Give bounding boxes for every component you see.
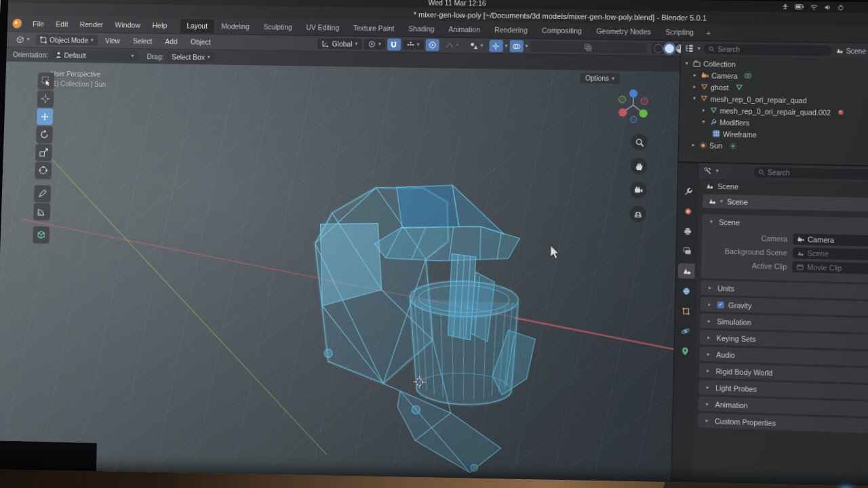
menu-window[interactable]: Window [110, 19, 146, 31]
tab-scene-properties[interactable] [678, 263, 695, 279]
tab-object-properties[interactable] [677, 303, 694, 319]
orientation-setting-dropdown[interactable]: Default ▾ [52, 49, 138, 61]
cursor-tool-icon [41, 94, 51, 104]
properties-editor-icon[interactable] [703, 167, 712, 175]
disclosure-arrow[interactable]: ▸ [690, 142, 696, 148]
menu-help[interactable]: Help [147, 19, 173, 31]
disclosure-arrow[interactable]: ▸ [691, 83, 698, 89]
pan-button[interactable] [630, 158, 647, 175]
proportional-editing-toggle[interactable] [425, 39, 439, 51]
snap-toggle[interactable] [387, 39, 401, 51]
annotate-pencil-icon [37, 188, 47, 199]
tool-select-box[interactable] [38, 73, 55, 89]
printer-tab-icon [683, 226, 692, 236]
falloff-dropdown[interactable]: ▾ [441, 41, 462, 50]
properties-search-input[interactable]: Search [753, 167, 868, 180]
tab-geometry-nodes[interactable]: Geometry Nodes [589, 24, 658, 39]
viewport-menu-object[interactable]: Object [185, 36, 216, 48]
disclosure-arrow[interactable]: ▸ [701, 107, 707, 113]
shading-solid-icon[interactable] [665, 44, 674, 53]
mode-dropdown[interactable]: Object Mode ▾ [36, 35, 98, 46]
viewport-overlay-text: User Perspective (1) Collection | Sun [51, 69, 106, 90]
tab-rendering[interactable]: Rendering [488, 22, 534, 37]
chevron-down-icon: ▾ [378, 41, 381, 47]
disclosure-arrow: ▾ [708, 218, 715, 224]
camera-view-button[interactable] [630, 182, 647, 199]
gravity-checkbox[interactable]: ✓ [717, 301, 725, 308]
tool-cursor[interactable] [37, 90, 54, 107]
viewport-canvas [0, 62, 679, 488]
scene-selector[interactable]: Scene [835, 47, 866, 55]
viewport-3d[interactable]: User Perspective (1) Collection | Sun Op… [0, 62, 679, 488]
zoom-button[interactable] [631, 134, 648, 150]
drag-setting-dropdown[interactable]: Select Box ▾ [167, 52, 214, 63]
tab-output-properties[interactable] [679, 223, 696, 239]
tab-animation[interactable]: Animation [441, 22, 487, 37]
disclosure-arrow[interactable]: ▾ [684, 60, 690, 66]
gizmos-toggle[interactable] [489, 40, 502, 52]
tab-modeling[interactable]: Modeling [214, 19, 256, 33]
tab-render-properties[interactable] [679, 203, 696, 219]
tab-view-layer-properties[interactable] [678, 243, 695, 259]
os-clock[interactable]: Wed 11 Mar 12:16 [429, 0, 487, 7]
shading-wireframe-icon[interactable] [654, 43, 663, 52]
tool-add-cube[interactable] [33, 226, 50, 243]
tab-sculpting[interactable]: Sculpting [256, 20, 298, 35]
tab-world-properties[interactable] [677, 283, 694, 299]
tab-shading[interactable]: Shading [401, 22, 441, 37]
tab-scripting[interactable]: Scripting [658, 24, 701, 39]
tool-annotate[interactable] [34, 185, 51, 202]
tool-move[interactable] [37, 108, 54, 125]
xray-toggle[interactable] [530, 41, 648, 53]
tool-tab-icon [684, 186, 693, 195]
options-button[interactable]: Options ▾ [580, 73, 620, 84]
pivot-dropdown[interactable]: ▾ [363, 39, 385, 49]
snap-target-dropdown[interactable]: ▾ [403, 40, 424, 49]
tab-data-properties[interactable] [676, 343, 693, 359]
navigation-gizmo[interactable] [615, 87, 652, 123]
disclosure-arrow[interactable]: ▾ [700, 119, 707, 125]
tab-uv-editing[interactable]: UV Editing [299, 20, 346, 35]
properties-main: ▾ Search ▾ Scene [692, 163, 868, 488]
orientation-dropdown[interactable]: Global ▾ [318, 38, 362, 49]
background-scene-field[interactable]: Scene [793, 247, 868, 262]
tab-compositing[interactable]: Compositing [535, 23, 589, 38]
disclosure-arrow: ▸ [707, 285, 713, 291]
axes-icon [322, 40, 330, 47]
tab-physics-properties[interactable] [677, 323, 694, 339]
tool-rotate[interactable] [36, 126, 53, 143]
xray-icon [585, 43, 592, 51]
os-system-tray[interactable] [782, 1, 844, 13]
outliner-editor-icon[interactable] [685, 45, 694, 53]
tab-tool-properties[interactable] [679, 184, 696, 199]
disclosure-arrow[interactable]: ▾ [691, 95, 698, 101]
disclosure-arrow[interactable]: ▸ [691, 72, 698, 78]
tool-measure[interactable] [33, 203, 50, 220]
field-value: Camera [808, 235, 834, 244]
object-types-visibility-dropdown[interactable]: ▾ [465, 41, 487, 51]
tool-scale[interactable] [35, 144, 52, 161]
viewport-menu-select[interactable]: Select [127, 35, 157, 47]
display-controls: ▾ ▾ ▾ [465, 39, 703, 55]
scene-datablock-selector[interactable]: ▾ Scene ✕ [703, 195, 868, 213]
overlays-toggle[interactable] [509, 40, 524, 52]
viewport-menu-view[interactable]: View [100, 35, 125, 47]
outliner-row-sun[interactable]: ▸ Sun [682, 139, 868, 155]
blender-logo-icon[interactable] [12, 18, 22, 28]
tool-transform[interactable] [35, 162, 52, 179]
perspective-toggle-button[interactable] [629, 205, 646, 222]
overlays-icon [512, 43, 520, 50]
menu-file[interactable]: File [27, 18, 50, 30]
viewport-menu-add[interactable]: Add [160, 35, 183, 47]
camera-field[interactable]: Camera ✕ [793, 234, 868, 248]
active-clip-field[interactable]: Movie Clip [792, 261, 868, 275]
options-label: Options [585, 75, 609, 83]
outliner-search-input[interactable]: Search [704, 43, 832, 56]
menu-edit[interactable]: Edit [50, 18, 73, 30]
panel-custom-properties[interactable]: ▸Custom Properties [698, 413, 868, 434]
menu-render[interactable]: Render [75, 18, 108, 30]
tab-texture-paint[interactable]: Texture Paint [347, 21, 401, 36]
add-workspace-button[interactable]: + [701, 26, 715, 39]
tab-layout[interactable]: Layout [180, 18, 214, 33]
editor-type-button[interactable]: ▾ [12, 34, 34, 45]
